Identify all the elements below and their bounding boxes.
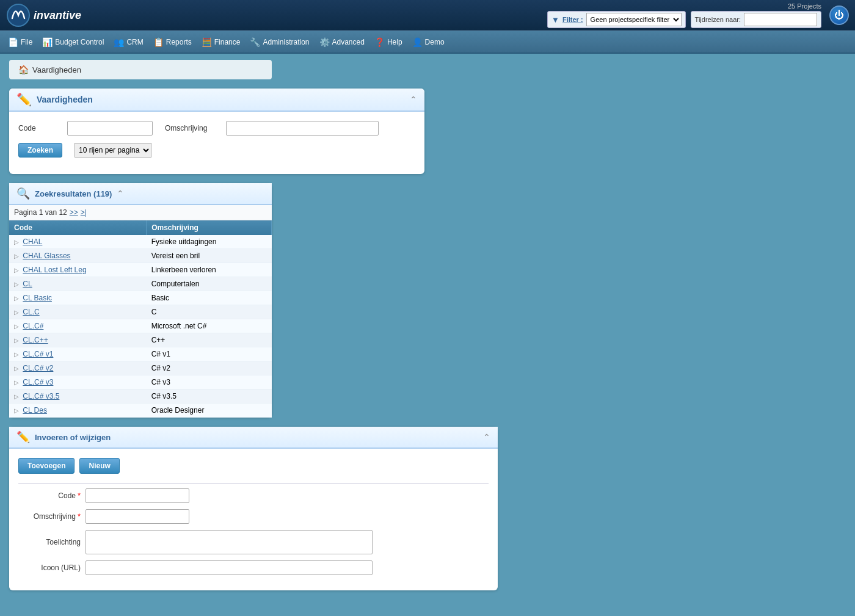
table-row[interactable]: ▷ CL Basic Basic <box>9 291 272 305</box>
search-panel-title: Vaardigheden <box>37 95 93 104</box>
nav-label-help: Help <box>387 38 402 46</box>
table-row[interactable]: ▷ CL.C C <box>9 305 272 319</box>
table-cell-omschrijving: C++ <box>147 333 272 347</box>
pagination-last[interactable]: >| <box>81 208 87 217</box>
edit-panel: ✏️ Invoeren of wijzigen ⌃ Toevoegen Nieu… <box>9 427 498 590</box>
pagination-text: Pagina 1 van 12 <box>14 208 67 217</box>
nav-item-crm[interactable]: 👥 CRM <box>109 35 148 49</box>
edit-toelichting-label: Toelichting <box>18 538 86 546</box>
row-expand-icon: ▷ <box>14 253 19 259</box>
table-cell-code: ▷ CL Des <box>9 404 147 418</box>
table-cell-code: ▷ CL.C# v3 <box>9 375 147 390</box>
filter-area: ▼ Filter : Geen projectspecifiek filter <box>547 11 686 28</box>
table-header-row: Code Omschrijving <box>9 220 272 235</box>
edit-omschrijving-input[interactable] <box>86 509 189 524</box>
home-icon: 🏠 <box>18 65 29 74</box>
table-cell-omschrijving: Vereist een bril <box>147 249 272 263</box>
content-area: 🏠 Vaardigheden ✏️ Vaardigheden ⌃ Code Om… <box>0 54 855 606</box>
nav-item-advanced[interactable]: ⚙️ Advanced <box>315 35 369 49</box>
code-search-input[interactable] <box>67 121 153 136</box>
filter-select[interactable]: Geen projectspecifiek filter <box>586 13 682 26</box>
table-row[interactable]: ▷ CL.C# Microsoft .net C# <box>9 319 272 333</box>
table-cell-code: ▷ CL Basic <box>9 291 147 305</box>
projects-count: 25 Projects <box>788 2 821 10</box>
row-expand-icon: ▷ <box>14 393 19 400</box>
edit-panel-title: Invoeren of wijzigen <box>35 433 111 442</box>
nav-item-budget-control[interactable]: 📊 Budget Control <box>37 35 109 49</box>
col-header-code: Code <box>9 220 147 235</box>
table-row[interactable]: ▷ CL Des Oracle Designer <box>9 404 272 418</box>
nav-item-finance[interactable]: 🧮 Finance <box>197 35 246 49</box>
nav-item-demo[interactable]: 👤 Demo <box>407 35 449 49</box>
edit-code-input[interactable] <box>86 488 189 503</box>
breadcrumb-text: Vaardigheden <box>32 65 81 74</box>
nav-item-reports[interactable]: 📋 Reports <box>148 35 197 49</box>
crm-icon: 👥 <box>114 37 124 47</box>
edit-toelichting-row: Toelichting <box>18 530 489 554</box>
table-row[interactable]: ▷ CL.C# v1 C# v1 <box>9 347 272 361</box>
code-link[interactable]: CHAL Lost Left Leg <box>23 266 86 274</box>
nav-item-file[interactable]: 📄 File <box>3 35 37 49</box>
edit-icoon-input[interactable] <box>86 560 373 575</box>
code-link[interactable]: CHAL <box>23 237 42 246</box>
omschrijving-search-input[interactable] <box>226 121 379 136</box>
search-panel-header: ✏️ Vaardigheden ⌃ <box>9 89 424 112</box>
collapse-search-button[interactable]: ⌃ <box>410 95 417 104</box>
collapse-edit-button[interactable]: ⌃ <box>483 432 490 442</box>
edit-code-label: Code * <box>18 491 86 500</box>
search-actions-row: Zoeken 10 rijen per pagina 25 rijen per … <box>18 143 415 158</box>
filter-label[interactable]: Filter : <box>562 16 583 23</box>
rows-per-page-select[interactable]: 10 rijen per pagina 25 rijen per pagina … <box>75 143 151 158</box>
code-link[interactable]: CL <box>23 280 32 288</box>
row-expand-icon: ▷ <box>14 379 19 386</box>
row-expand-icon: ▷ <box>14 407 19 414</box>
edit-omschrijving-row: Omschrijving * <box>18 509 489 524</box>
table-cell-code: ▷ CL.C# v1 <box>9 347 147 361</box>
table-cell-code: ▷ CHAL Lost Left Leg <box>9 263 147 277</box>
table-cell-omschrijving: C <box>147 305 272 319</box>
omschrijving-required-mark: * <box>78 512 81 521</box>
nav-item-administration[interactable]: 🔧 Administration <box>245 35 314 49</box>
power-button[interactable]: ⏻ <box>829 5 849 25</box>
code-link[interactable]: CL.C# <box>23 322 43 330</box>
table-row[interactable]: ▷ CL.C# v2 C# v2 <box>9 361 272 375</box>
nieuw-button[interactable]: Nieuw <box>79 458 119 474</box>
table-row[interactable]: ▷ CL.C# v3.5 C# v3.5 <box>9 390 272 404</box>
table-row[interactable]: ▷ CL Computertalen <box>9 277 272 291</box>
code-link[interactable]: CHAL Glasses <box>23 252 70 260</box>
code-link[interactable]: CL.C <box>23 308 39 316</box>
nav-label-administration: Administration <box>263 38 309 46</box>
edit-panel-header: ✏️ Invoeren of wijzigen ⌃ <box>9 427 498 449</box>
table-cell-code: ▷ CHAL <box>9 235 147 249</box>
tijdreizen-label: Tijdreizen naar: <box>695 16 741 23</box>
logo-text: invantive <box>34 9 81 22</box>
nav-item-help[interactable]: ❓ Help <box>369 35 407 49</box>
code-link[interactable]: CL.C# v3 <box>23 378 53 386</box>
table-cell-code: ▷ CL.C# v2 <box>9 361 147 375</box>
help-icon: ❓ <box>374 37 385 47</box>
table-cell-omschrijving: Oracle Designer <box>147 404 272 418</box>
edit-toelichting-textarea[interactable] <box>86 530 373 554</box>
code-link[interactable]: CL Basic <box>23 294 52 302</box>
code-link[interactable]: CL.C++ <box>23 336 48 344</box>
code-link[interactable]: CL.C# v2 <box>23 364 53 372</box>
pagination-next[interactable]: >> <box>70 208 78 217</box>
logo-area: invantive <box>6 3 81 27</box>
zoeken-button[interactable]: Zoeken <box>18 143 62 158</box>
row-expand-icon: ▷ <box>14 267 19 274</box>
collapse-results-button[interactable]: ⌃ <box>117 189 124 198</box>
table-cell-code: ▷ CL <box>9 277 147 291</box>
table-row[interactable]: ▷ CHAL Glasses Vereist een bril <box>9 249 272 263</box>
table-row[interactable]: ▷ CHAL Fysieke uitdagingen <box>9 235 272 249</box>
search-panel-body: Code Omschrijving Zoeken 10 rijen per pa… <box>9 112 424 174</box>
nav-label-advanced: Advanced <box>332 38 365 46</box>
results-panel-header: 🔍 Zoekresultaten (119) ⌃ <box>9 183 272 205</box>
table-row[interactable]: ▷ CL.C# v3 C# v3 <box>9 375 272 390</box>
table-row[interactable]: ▷ CL.C++ C++ <box>9 333 272 347</box>
table-row[interactable]: ▷ CHAL Lost Left Leg Linkerbeen verloren <box>9 263 272 277</box>
toevoegen-button[interactable]: Toevoegen <box>18 458 75 474</box>
code-link[interactable]: CL.C# v3.5 <box>23 392 59 400</box>
code-link[interactable]: CL Des <box>23 406 47 415</box>
tijdreizen-input[interactable] <box>744 13 817 26</box>
code-link[interactable]: CL.C# v1 <box>23 350 53 358</box>
